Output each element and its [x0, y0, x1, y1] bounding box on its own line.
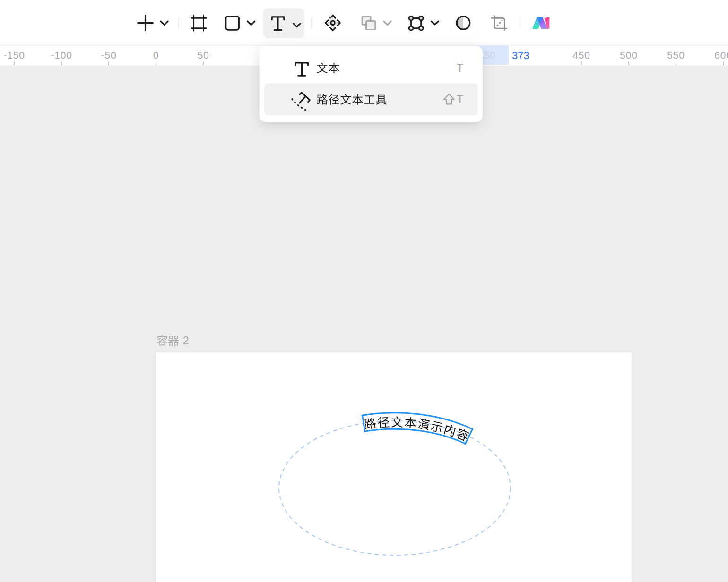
svg-text:-100: -100	[51, 50, 72, 60]
svg-text:T: T	[457, 93, 464, 105]
svg-text:T: T	[457, 61, 464, 74]
svg-text:450: 450	[572, 50, 590, 60]
svg-text:-50: -50	[101, 50, 117, 60]
svg-text:2: 2	[183, 334, 189, 347]
svg-text:600: 600	[714, 50, 728, 60]
svg-text:500: 500	[620, 50, 637, 60]
svg-text:50: 50	[198, 50, 209, 60]
svg-text:373: 373	[512, 50, 529, 61]
svg-text:-150: -150	[3, 50, 25, 60]
svg-text:550: 550	[667, 50, 685, 60]
svg-text:0: 0	[153, 50, 159, 60]
